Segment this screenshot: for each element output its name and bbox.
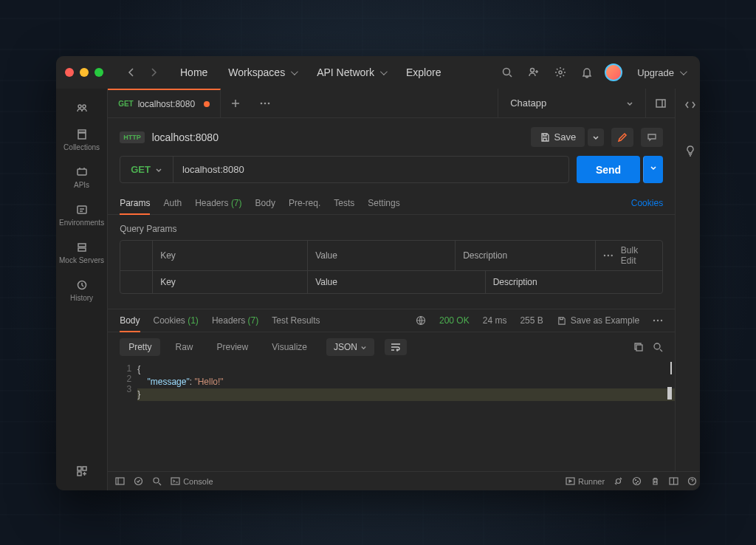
subtab-body[interactable]: Body bbox=[255, 192, 275, 214]
environment-selector[interactable]: Chatapp bbox=[498, 89, 645, 117]
save-dropdown[interactable] bbox=[588, 128, 604, 146]
svg-rect-8 bbox=[78, 206, 86, 213]
request-header: HTTP localhost:8080 Save bbox=[108, 118, 675, 156]
sidebar-collections-label: Collections bbox=[63, 143, 100, 151]
help-icon[interactable] bbox=[687, 476, 697, 486]
svg-point-27 bbox=[654, 343, 660, 349]
view-raw[interactable]: Raw bbox=[166, 338, 202, 356]
url-input[interactable] bbox=[173, 157, 568, 182]
nav-explore[interactable]: Explore bbox=[399, 62, 448, 83]
table-input-row[interactable]: Key Value Description bbox=[120, 271, 662, 293]
search-footer-icon[interactable] bbox=[152, 476, 162, 486]
subtab-params[interactable]: Params bbox=[120, 192, 150, 214]
minimize-window-button[interactable] bbox=[80, 68, 89, 77]
sidebar-environments[interactable]: Environments bbox=[56, 196, 107, 234]
subtab-tests[interactable]: Tests bbox=[334, 192, 354, 214]
wrap-lines-icon[interactable] bbox=[385, 339, 407, 355]
resp-more-icon[interactable] bbox=[653, 313, 663, 328]
close-window-button[interactable] bbox=[65, 68, 74, 77]
code-token: "message" bbox=[147, 377, 189, 387]
comment-icon[interactable] bbox=[641, 128, 663, 147]
tab-overflow-button[interactable] bbox=[250, 89, 280, 117]
search-icon[interactable] bbox=[498, 64, 516, 81]
resp-tab-test-results[interactable]: Test Results bbox=[272, 309, 320, 332]
resp-tab-cookies[interactable]: Cookies (1) bbox=[154, 309, 199, 332]
send-dropdown[interactable] bbox=[643, 156, 663, 183]
svg-rect-14 bbox=[78, 472, 81, 476]
view-visualize[interactable]: Visualize bbox=[263, 338, 316, 356]
save-as-example-button[interactable]: Save as Example bbox=[557, 315, 639, 326]
request-tab[interactable]: GET localhost:8080 bbox=[108, 89, 221, 117]
layout-icon[interactable] bbox=[669, 476, 678, 486]
env-quicklook-icon[interactable] bbox=[645, 89, 675, 117]
subtab-headers[interactable]: Headers (7) bbox=[195, 192, 241, 214]
view-preview[interactable]: Preview bbox=[208, 338, 258, 356]
sidebar-toggle-icon[interactable] bbox=[115, 476, 125, 486]
info-idea-icon[interactable] bbox=[684, 145, 696, 157]
line-number: 2 bbox=[108, 374, 131, 384]
copy-icon[interactable] bbox=[633, 342, 644, 352]
right-rail bbox=[675, 89, 700, 471]
save-button[interactable]: Save bbox=[531, 127, 585, 147]
sidebar-collections[interactable]: Collections bbox=[56, 121, 107, 159]
capture-icon[interactable] bbox=[614, 476, 623, 486]
sidebar-apis-label: APIs bbox=[74, 181, 89, 189]
statusbar: Console Runner bbox=[108, 471, 700, 490]
nav-home[interactable]: Home bbox=[173, 62, 215, 83]
subtab-auth[interactable]: Auth bbox=[163, 192, 182, 214]
sidebar-workspace-icon[interactable] bbox=[56, 95, 107, 121]
sidebar-history[interactable]: History bbox=[56, 272, 107, 309]
resp-headers-label: Headers bbox=[212, 315, 245, 326]
subtab-prereq[interactable]: Pre-req. bbox=[289, 192, 320, 214]
svg-point-17 bbox=[268, 102, 270, 104]
edit-icon[interactable] bbox=[611, 128, 633, 147]
description-input[interactable]: Description bbox=[486, 271, 663, 293]
code-snippet-icon[interactable] bbox=[684, 99, 696, 111]
value-input[interactable]: Value bbox=[308, 271, 486, 293]
response-body-editor[interactable]: 1 2 3 { "message": "Hello!" } bbox=[108, 362, 675, 402]
view-pretty[interactable]: Pretty bbox=[120, 338, 160, 356]
new-tab-button[interactable] bbox=[221, 89, 250, 117]
method-selector[interactable]: GET bbox=[120, 157, 173, 182]
network-icon[interactable] bbox=[416, 315, 426, 326]
cookies-footer-icon[interactable] bbox=[632, 476, 642, 486]
cookies-link[interactable]: Cookies bbox=[631, 192, 663, 214]
bulk-edit-button[interactable]: Bulk Edit bbox=[621, 245, 655, 266]
sidebar-apis[interactable]: APIs bbox=[56, 159, 107, 196]
trash-icon[interactable] bbox=[650, 476, 660, 486]
request-title[interactable]: localhost:8080 bbox=[152, 131, 219, 143]
notifications-icon[interactable] bbox=[578, 64, 596, 81]
nav-sidebar: Collections APIs Environments Mock Serve… bbox=[56, 89, 108, 490]
titlebar: Home Workspaces API Network Explore Upgr… bbox=[56, 56, 700, 89]
svg-point-2 bbox=[559, 71, 562, 74]
forward-button[interactable] bbox=[145, 64, 162, 81]
sidebar-mock-servers[interactable]: Mock Servers bbox=[56, 234, 107, 272]
svg-point-23 bbox=[653, 320, 655, 321]
status-size: 255 B bbox=[520, 315, 543, 326]
console-button[interactable]: Console bbox=[171, 476, 213, 486]
table-more-icon[interactable] bbox=[603, 254, 614, 257]
maximize-window-button[interactable] bbox=[94, 68, 103, 77]
subtab-settings[interactable]: Settings bbox=[368, 192, 399, 214]
nav-workspaces[interactable]: Workspaces bbox=[221, 62, 303, 83]
sidebar-new-icon[interactable] bbox=[56, 458, 107, 484]
send-button[interactable]: Send bbox=[577, 156, 640, 183]
sync-icon[interactable] bbox=[134, 476, 143, 486]
svg-point-15 bbox=[261, 102, 263, 104]
code-token: "Hello!" bbox=[194, 377, 223, 387]
nav-api-network[interactable]: API Network bbox=[309, 62, 393, 83]
resp-tab-body[interactable]: Body bbox=[120, 309, 140, 332]
resp-tab-headers[interactable]: Headers (7) bbox=[212, 309, 258, 332]
format-selector[interactable]: JSON bbox=[326, 338, 374, 356]
runner-button[interactable]: Runner bbox=[566, 476, 605, 486]
key-input[interactable]: Key bbox=[153, 271, 308, 293]
invite-icon[interactable] bbox=[525, 64, 543, 81]
back-button[interactable] bbox=[123, 64, 140, 81]
svg-rect-12 bbox=[78, 467, 81, 470]
upgrade-button[interactable]: Upgrade bbox=[631, 64, 691, 81]
user-avatar[interactable] bbox=[605, 64, 622, 81]
settings-icon[interactable] bbox=[551, 64, 569, 81]
svg-rect-10 bbox=[78, 248, 86, 251]
find-icon[interactable] bbox=[653, 342, 663, 352]
sidebar-history-label: History bbox=[70, 294, 93, 302]
